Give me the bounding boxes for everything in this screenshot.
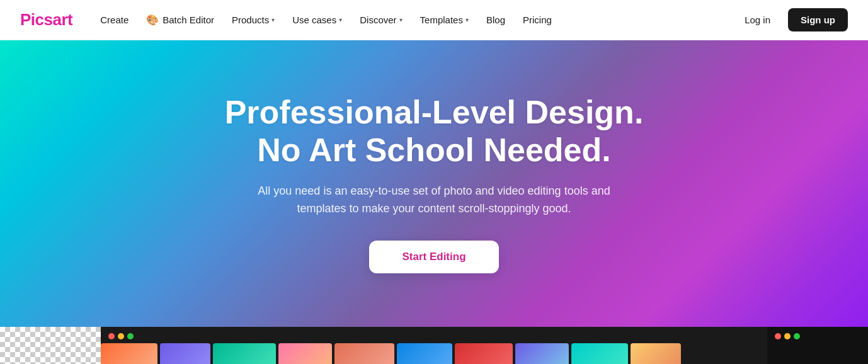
dot-close	[108, 333, 115, 339]
checkerboard-bg	[0, 327, 101, 364]
hero-title: Professional-Level Design. No Art School…	[225, 94, 644, 169]
nav-item-products[interactable]: Products ▾	[224, 9, 282, 30]
dot-maximize-right	[794, 333, 800, 339]
login-button[interactable]: Log in	[734, 9, 780, 30]
hero-section: Professional-Level Design. No Art School…	[0, 40, 868, 327]
chevron-down-icon: ▾	[271, 16, 275, 23]
navbar: Picsart Create 🎨 Batch Editor Products ▾…	[0, 0, 868, 40]
nav-item-pricing[interactable]: Pricing	[515, 9, 559, 30]
dot-close-right	[775, 333, 781, 339]
batch-editor-icon: 🎨	[146, 14, 159, 26]
preview-card-main: Templates	[101, 327, 767, 364]
navbar-actions: Log in Sign up	[734, 8, 848, 31]
nav-item-discover[interactable]: Discover ▾	[352, 9, 409, 30]
preview-card-right: Edit Videos	[767, 327, 868, 364]
window-controls	[101, 327, 141, 346]
thumb-9	[571, 343, 628, 365]
nav-item-batch-editor[interactable]: 🎨 Batch Editor	[139, 9, 222, 31]
window-controls-right	[767, 327, 808, 346]
chevron-down-icon: ▾	[399, 16, 403, 23]
preview-thumbnails	[101, 327, 767, 364]
thumb-1	[101, 343, 157, 365]
dot-minimize-right	[784, 333, 791, 339]
nav-item-create[interactable]: Create	[93, 9, 136, 30]
preview-strip: Templates Edit Videos	[0, 327, 868, 364]
thumb-2	[160, 343, 210, 365]
thumb-5	[334, 343, 394, 365]
nav-item-use-cases[interactable]: Use cases ▾	[285, 9, 350, 30]
thumb-7	[455, 343, 513, 365]
nav-links: Create 🎨 Batch Editor Products ▾ Use cas…	[93, 9, 734, 31]
nav-item-templates[interactable]: Templates ▾	[413, 9, 476, 30]
chevron-down-icon: ▾	[339, 16, 342, 23]
dot-minimize	[118, 333, 124, 339]
thumb-10	[631, 343, 681, 365]
hero-cta-button[interactable]: Start Editing	[369, 241, 498, 273]
signup-button[interactable]: Sign up	[788, 8, 848, 31]
thumb-6	[397, 343, 452, 365]
dot-maximize	[127, 333, 134, 339]
nav-item-blog[interactable]: Blog	[479, 9, 513, 30]
thumb-8	[515, 343, 569, 365]
thumb-3	[213, 343, 276, 365]
thumb-4	[278, 343, 332, 365]
chevron-down-icon: ▾	[465, 16, 469, 23]
hero-subtitle: All you need is an easy-to-use set of ph…	[232, 182, 636, 219]
logo[interactable]: Picsart	[20, 10, 72, 30]
preview-card-left	[0, 327, 101, 364]
logo-text: Picsart	[20, 10, 72, 29]
